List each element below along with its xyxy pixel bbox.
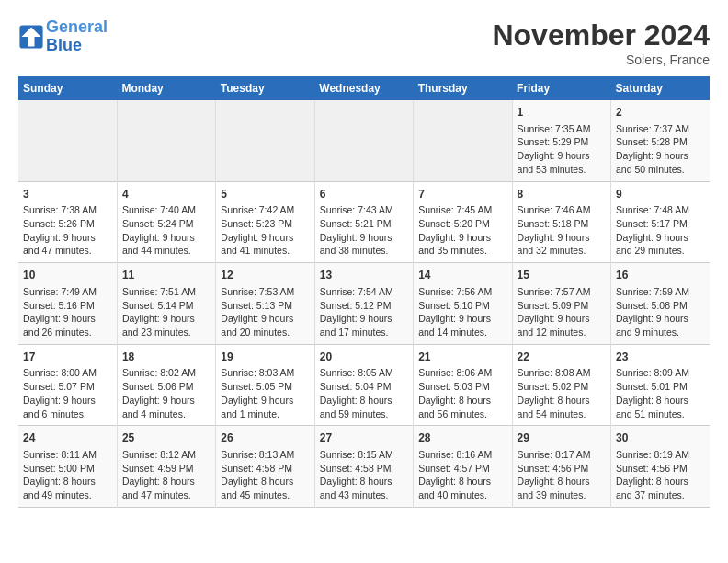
calendar-cell: 11Sunrise: 7:51 AM Sunset: 5:14 PM Dayli…: [117, 263, 215, 345]
day-info: Sunrise: 7:45 AM Sunset: 5:20 PM Dayligh…: [418, 203, 506, 258]
logo: General Blue: [18, 18, 108, 55]
calendar-cell: 28Sunrise: 8:16 AM Sunset: 4:57 PM Dayli…: [414, 426, 512, 508]
calendar-cell: 17Sunrise: 8:00 AM Sunset: 5:07 PM Dayli…: [18, 344, 117, 426]
day-number: 19: [221, 350, 309, 365]
day-number: 30: [616, 431, 705, 446]
calendar-cell: 27Sunrise: 8:15 AM Sunset: 4:58 PM Dayli…: [314, 426, 413, 508]
calendar-cell: 1Sunrise: 7:35 AM Sunset: 5:29 PM Daylig…: [512, 100, 610, 181]
day-info: Sunrise: 7:46 AM Sunset: 5:18 PM Dayligh…: [518, 203, 606, 258]
calendar-cell: 25Sunrise: 8:12 AM Sunset: 4:59 PM Dayli…: [117, 426, 215, 508]
calendar-cell: 5Sunrise: 7:42 AM Sunset: 5:23 PM Daylig…: [216, 181, 314, 263]
month-title: November 2024: [492, 18, 710, 52]
day-number: 13: [320, 268, 408, 283]
day-number: 15: [518, 268, 606, 283]
day-number: 17: [23, 350, 112, 365]
day-number: 5: [221, 187, 309, 202]
day-info: Sunrise: 7:56 AM Sunset: 5:10 PM Dayligh…: [418, 285, 506, 339]
day-number: 12: [221, 268, 309, 283]
calendar-cell: 9Sunrise: 7:48 AM Sunset: 5:17 PM Daylig…: [611, 181, 710, 263]
calendar-cell: [414, 100, 512, 181]
day-info: Sunrise: 8:17 AM Sunset: 4:56 PM Dayligh…: [518, 448, 606, 502]
day-info: Sunrise: 7:35 AM Sunset: 5:29 PM Dayligh…: [518, 122, 606, 177]
calendar-cell: 24Sunrise: 8:11 AM Sunset: 5:00 PM Dayli…: [18, 426, 117, 508]
day-info: Sunrise: 7:48 AM Sunset: 5:17 PM Dayligh…: [616, 203, 705, 258]
weekday-header-thursday: Thursday: [414, 76, 512, 100]
calendar-cell: 23Sunrise: 8:09 AM Sunset: 5:01 PM Dayli…: [611, 344, 710, 426]
day-info: Sunrise: 8:16 AM Sunset: 4:57 PM Dayligh…: [418, 448, 506, 502]
calendar-table: SundayMondayTuesdayWednesdayThursdayFrid…: [18, 76, 710, 508]
calendar-cell: 29Sunrise: 8:17 AM Sunset: 4:56 PM Dayli…: [512, 426, 610, 508]
calendar-cell: 14Sunrise: 7:56 AM Sunset: 5:10 PM Dayli…: [414, 263, 512, 345]
day-number: 7: [418, 187, 506, 202]
calendar-week-2: 3Sunrise: 7:38 AM Sunset: 5:26 PM Daylig…: [18, 181, 710, 263]
calendar-cell: [18, 100, 117, 181]
day-number: 2: [616, 105, 705, 121]
day-info: Sunrise: 8:11 AM Sunset: 5:00 PM Dayligh…: [23, 448, 112, 502]
logo-icon: [18, 24, 44, 50]
page-header: General Blue November 2024 Solers, Franc…: [18, 18, 710, 67]
calendar-cell: [117, 100, 215, 181]
weekday-header-sunday: Sunday: [18, 76, 117, 100]
day-number: 25: [122, 431, 210, 446]
day-info: Sunrise: 8:08 AM Sunset: 5:02 PM Dayligh…: [518, 366, 606, 420]
day-info: Sunrise: 8:09 AM Sunset: 5:01 PM Dayligh…: [616, 366, 705, 420]
day-number: 22: [518, 350, 606, 365]
calendar-cell: 16Sunrise: 7:59 AM Sunset: 5:08 PM Dayli…: [611, 263, 710, 345]
day-info: Sunrise: 8:00 AM Sunset: 5:07 PM Dayligh…: [23, 366, 112, 420]
logo-line1: General: [46, 17, 108, 36]
day-info: Sunrise: 7:53 AM Sunset: 5:13 PM Dayligh…: [221, 285, 309, 339]
calendar-cell: 30Sunrise: 8:19 AM Sunset: 4:56 PM Dayli…: [611, 426, 710, 508]
calendar-cell: 15Sunrise: 7:57 AM Sunset: 5:09 PM Dayli…: [512, 263, 610, 345]
calendar-week-5: 24Sunrise: 8:11 AM Sunset: 5:00 PM Dayli…: [18, 426, 710, 508]
day-info: Sunrise: 8:06 AM Sunset: 5:03 PM Dayligh…: [418, 366, 506, 420]
day-info: Sunrise: 8:12 AM Sunset: 4:59 PM Dayligh…: [122, 448, 210, 502]
day-info: Sunrise: 8:19 AM Sunset: 4:56 PM Dayligh…: [616, 448, 705, 502]
calendar-cell: 18Sunrise: 8:02 AM Sunset: 5:06 PM Dayli…: [117, 344, 215, 426]
day-info: Sunrise: 7:59 AM Sunset: 5:08 PM Dayligh…: [616, 285, 705, 339]
day-number: 14: [418, 268, 506, 283]
weekday-header-wednesday: Wednesday: [314, 76, 413, 100]
calendar-cell: 7Sunrise: 7:45 AM Sunset: 5:20 PM Daylig…: [414, 181, 512, 263]
calendar-cell: 8Sunrise: 7:46 AM Sunset: 5:18 PM Daylig…: [512, 181, 610, 263]
calendar-week-3: 10Sunrise: 7:49 AM Sunset: 5:16 PM Dayli…: [18, 263, 710, 345]
calendar-cell: 3Sunrise: 7:38 AM Sunset: 5:26 PM Daylig…: [18, 181, 117, 263]
day-number: 21: [418, 350, 506, 365]
day-info: Sunrise: 7:43 AM Sunset: 5:21 PM Dayligh…: [320, 203, 408, 258]
day-number: 20: [320, 350, 408, 365]
calendar-cell: [314, 100, 413, 181]
day-number: 11: [122, 268, 210, 283]
day-info: Sunrise: 7:57 AM Sunset: 5:09 PM Dayligh…: [518, 285, 606, 339]
logo-text: General Blue: [46, 18, 108, 55]
day-number: 29: [518, 431, 606, 446]
day-number: 8: [518, 187, 606, 202]
day-info: Sunrise: 7:37 AM Sunset: 5:28 PM Dayligh…: [616, 122, 705, 177]
weekday-header-row: SundayMondayTuesdayWednesdayThursdayFrid…: [18, 76, 710, 100]
calendar-cell: 22Sunrise: 8:08 AM Sunset: 5:02 PM Dayli…: [512, 344, 610, 426]
calendar-week-4: 17Sunrise: 8:00 AM Sunset: 5:07 PM Dayli…: [18, 344, 710, 426]
weekday-header-saturday: Saturday: [611, 76, 710, 100]
day-number: 28: [418, 431, 506, 446]
calendar-cell: 2Sunrise: 7:37 AM Sunset: 5:28 PM Daylig…: [611, 100, 710, 181]
day-number: 26: [221, 431, 309, 446]
day-number: 4: [122, 187, 210, 202]
day-info: Sunrise: 7:40 AM Sunset: 5:24 PM Dayligh…: [122, 203, 210, 258]
day-info: Sunrise: 7:38 AM Sunset: 5:26 PM Dayligh…: [23, 203, 112, 258]
location: Solers, France: [492, 52, 710, 67]
day-number: 18: [122, 350, 210, 365]
day-number: 27: [320, 431, 408, 446]
calendar-week-1: 1Sunrise: 7:35 AM Sunset: 5:29 PM Daylig…: [18, 100, 710, 181]
day-number: 24: [23, 431, 112, 446]
day-number: 9: [616, 187, 705, 202]
day-number: 10: [23, 268, 112, 283]
day-number: 23: [616, 350, 705, 365]
weekday-header-friday: Friday: [512, 76, 610, 100]
day-info: Sunrise: 7:54 AM Sunset: 5:12 PM Dayligh…: [320, 285, 408, 339]
calendar-cell: 26Sunrise: 8:13 AM Sunset: 4:58 PM Dayli…: [216, 426, 314, 508]
calendar-cell: 4Sunrise: 7:40 AM Sunset: 5:24 PM Daylig…: [117, 181, 215, 263]
weekday-header-tuesday: Tuesday: [216, 76, 314, 100]
weekday-header-monday: Monday: [117, 76, 215, 100]
title-block: November 2024 Solers, France: [492, 18, 710, 67]
calendar-cell: 19Sunrise: 8:03 AM Sunset: 5:05 PM Dayli…: [216, 344, 314, 426]
day-info: Sunrise: 7:42 AM Sunset: 5:23 PM Dayligh…: [221, 203, 309, 258]
calendar-cell: 12Sunrise: 7:53 AM Sunset: 5:13 PM Dayli…: [216, 263, 314, 345]
